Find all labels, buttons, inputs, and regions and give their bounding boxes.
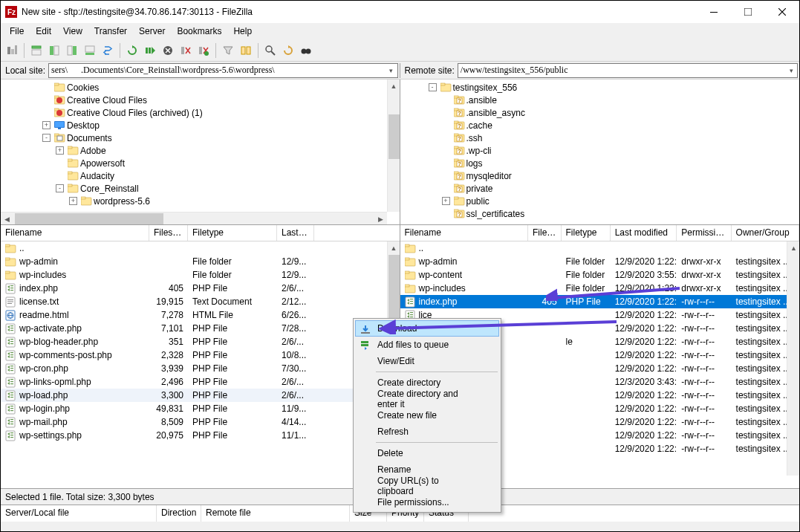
tree-node[interactable]: -testingsitex_556 <box>402 81 799 94</box>
scrollbar-v[interactable]: ▲ <box>787 241 799 476</box>
col-direction[interactable]: Direction <box>157 505 201 522</box>
tree-node[interactable]: Apowersoft <box>2 157 398 169</box>
col-filesize[interactable]: Filesize <box>149 225 188 241</box>
tree-node[interactable]: .ansible_async <box>402 106 799 119</box>
col-ownergroup[interactable]: Owner/Group <box>732 225 799 241</box>
col-filetype[interactable]: Filetype <box>562 225 611 241</box>
filter-button[interactable] <box>220 42 236 59</box>
file-row[interactable]: wp-activate.php7,101PHP File7/28... <box>1 322 400 335</box>
autoreconnect-button[interactable] <box>280 42 296 59</box>
menu-edit[interactable]: Edit <box>30 25 57 38</box>
col-lastmodified[interactable]: Last modified <box>277 225 314 241</box>
tree-node[interactable]: +wordpress-5.6 <box>2 195 398 207</box>
tree-node[interactable]: +Adobe <box>2 144 398 157</box>
ctx-add-files-to-queue[interactable]: Add files to queue <box>355 337 499 353</box>
scrollbar-h[interactable]: ◀▶ <box>1 212 387 224</box>
chevron-down-icon[interactable]: ▾ <box>785 64 797 77</box>
disconnect-button[interactable] <box>178 42 194 59</box>
file-row[interactable]: index.php405PHP File12/9/2020 1:22:...-r… <box>400 295 800 308</box>
ctx-file-permissions---[interactable]: File permissions... <box>355 494 499 510</box>
binoculars-button[interactable] <box>298 42 314 59</box>
local-path-combo[interactable]: ▾ <box>48 63 397 78</box>
tree-node[interactable]: Cookies <box>2 81 398 94</box>
file-row[interactable]: wp-cron.php3,939PHP File7/30... <box>1 362 400 375</box>
toggle-remote-tree-button[interactable] <box>64 42 80 59</box>
col-filetype[interactable]: Filetype <box>188 225 277 241</box>
expand-icon[interactable]: + <box>69 197 77 205</box>
file-row[interactable]: wp-contentFile folder12/9/2020 3:55:...d… <box>400 268 800 282</box>
local-file-list[interactable]: ..wp-adminFile folder12/9...wp-includesF… <box>1 241 400 488</box>
ctx-download[interactable]: Download <box>355 320 499 337</box>
tree-node[interactable]: .ansible <box>402 94 799 106</box>
maximize-button[interactable] <box>731 1 765 23</box>
local-path-input[interactable] <box>49 65 385 76</box>
menu-help[interactable]: Help <box>227 25 258 38</box>
tree-node[interactable]: .cache <box>402 119 799 132</box>
tree-node[interactable]: -Documents <box>2 132 398 144</box>
tree-node[interactable]: +Desktop <box>2 119 398 132</box>
tree-node[interactable]: .ssh <box>402 132 799 144</box>
compare-button[interactable] <box>238 42 254 59</box>
local-tree[interactable]: CookiesCreative Cloud FilesCreative Clou… <box>1 80 400 224</box>
tree-node[interactable]: private <box>402 182 799 195</box>
col-filename[interactable]: Filename <box>1 225 149 241</box>
menu-file[interactable]: File <box>4 25 30 38</box>
collapse-icon[interactable]: - <box>429 83 437 91</box>
reconnect-button[interactable] <box>195 42 212 59</box>
file-row[interactable]: wp-includesFile folder12/9... <box>1 268 400 282</box>
file-row[interactable]: wp-includesFile folder12/9/2020 1:23:...… <box>400 282 800 295</box>
expand-icon[interactable]: + <box>442 197 450 205</box>
collapse-icon[interactable]: - <box>56 184 64 192</box>
ctx-view-edit[interactable]: View/Edit <box>355 353 499 369</box>
file-row[interactable]: wp-adminFile folder12/9... <box>1 255 400 268</box>
file-row[interactable]: .. <box>400 241 800 255</box>
file-row[interactable]: wp-adminFile folder12/9/2020 1:22:...drw… <box>400 255 800 268</box>
search-button[interactable] <box>262 42 279 59</box>
refresh-button[interactable] <box>124 42 140 59</box>
tree-node[interactable]: logs <box>402 157 799 169</box>
remote-tree[interactable]: -testingsitex_556.ansible.ansible_async.… <box>400 80 800 224</box>
file-row[interactable]: wp-comments-post.php2,328PHP File10/8... <box>1 348 400 362</box>
chevron-down-icon[interactable]: ▾ <box>386 64 397 77</box>
ctx-delete[interactable]: Delete <box>355 445 499 461</box>
tree-node[interactable]: +public <box>402 195 799 207</box>
tree-node[interactable]: Audacity <box>2 169 398 182</box>
tree-node[interactable]: mysqleditor <box>402 169 799 182</box>
expand-icon[interactable]: + <box>42 121 51 129</box>
file-row[interactable]: wp-load.php3,300PHP File2/6/... <box>1 389 400 402</box>
process-queue-button[interactable] <box>142 42 158 59</box>
ctx-create-new-file[interactable]: Create new file <box>355 407 499 424</box>
toggle-local-tree-button[interactable] <box>46 42 62 59</box>
tree-node[interactable]: -Core_Reinstall <box>2 182 398 195</box>
file-row[interactable]: wp-login.php49,831PHP File11/9... <box>1 402 400 415</box>
file-row[interactable]: wp-mail.php8,509PHP File4/14... <box>1 415 400 429</box>
expand-icon[interactable]: + <box>56 146 64 155</box>
ctx-create-directory-and-enter-it[interactable]: Create directory and enter it <box>355 391 499 407</box>
file-row[interactable]: wp-blog-header.php351PHP File2/6/... <box>1 335 400 348</box>
menu-server[interactable]: Server <box>133 25 171 38</box>
col-remotefile[interactable]: Remote file <box>201 505 350 522</box>
close-button[interactable] <box>765 1 799 23</box>
remote-path-input[interactable] <box>458 65 785 76</box>
ctx-refresh[interactable]: Refresh <box>355 424 499 440</box>
remote-path-combo[interactable]: ▾ <box>458 63 798 78</box>
sync-browsing-button[interactable] <box>100 42 116 59</box>
toggle-log-button[interactable] <box>28 42 45 59</box>
tree-node[interactable]: Creative Cloud Files <box>2 94 398 106</box>
file-row[interactable]: wp-links-opml.php2,496PHP File2/6/... <box>1 375 400 389</box>
col-lastmodified[interactable]: Last modified <box>611 225 677 241</box>
file-row[interactable]: wp-settings.php20,975PHP File11/1... <box>1 429 400 442</box>
collapse-icon[interactable]: - <box>42 134 51 142</box>
file-row[interactable]: license.txt19,915Text Document2/12... <box>1 295 400 308</box>
col-serverlocalfile[interactable]: Server/Local file <box>1 505 157 522</box>
tree-node[interactable]: ssl_certificates <box>402 207 799 220</box>
cancel-button[interactable] <box>160 42 176 59</box>
minimize-button[interactable] <box>697 1 731 23</box>
col-permissions[interactable]: Permissions <box>677 225 731 241</box>
col-filesize[interactable]: Filesize <box>528 225 562 241</box>
file-row[interactable]: index.php405PHP File2/6/... <box>1 282 400 295</box>
scrollbar-v[interactable]: ▲ <box>387 80 400 212</box>
toggle-queue-button[interactable] <box>82 42 98 59</box>
col-filename[interactable]: Filename <box>400 225 528 241</box>
file-row[interactable]: .. <box>1 241 400 255</box>
